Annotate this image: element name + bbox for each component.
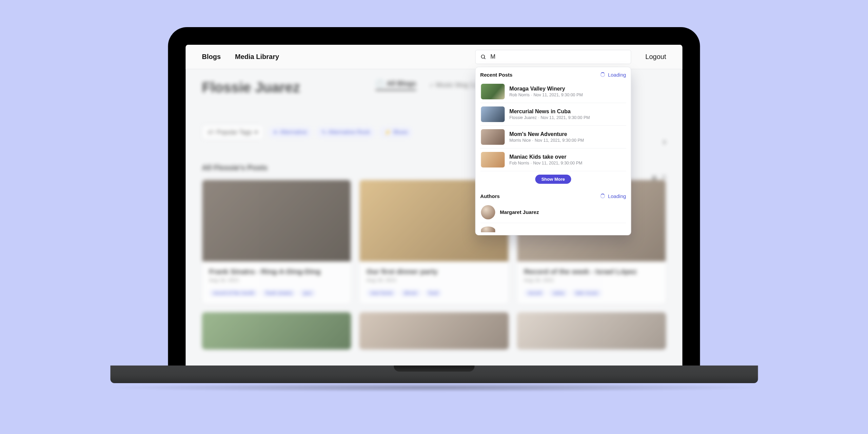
post-thumbnail[interactable] xyxy=(517,312,666,350)
post-title: Maniac Kids take over xyxy=(509,154,582,160)
spinner-icon xyxy=(600,72,605,77)
post-thumbnail[interactable] xyxy=(202,312,351,350)
search-input[interactable] xyxy=(490,53,626,60)
loading-label: Loading xyxy=(608,193,626,199)
post-thumbnail xyxy=(481,129,505,145)
author-name: Margaret Juarez xyxy=(500,209,539,215)
authors-loading: Loading xyxy=(600,193,626,199)
post-tag[interactable]: salsa xyxy=(549,289,568,297)
post-card-date: Aug 18, 2021 xyxy=(367,277,501,283)
post-meta: Morris Nice·Nov 11, 2021, 9:30:00 PM xyxy=(509,138,584,143)
post-thumbnail xyxy=(481,152,505,167)
search-result-post[interactable]: Moraga Valley Winery Rob Norris·Nov 11, … xyxy=(480,80,626,103)
svg-line-1 xyxy=(484,58,486,59)
authors-heading: Authors xyxy=(480,193,500,199)
author-avatar xyxy=(481,205,495,219)
post-card-date: Aug 18, 2021 xyxy=(524,277,659,283)
post-tag[interactable]: new home xyxy=(367,289,397,297)
post-tag[interactable]: frank sinatra xyxy=(262,289,296,297)
nav-media-library[interactable]: Media Library xyxy=(235,53,279,61)
post-meta: Rob Norris·Nov 11, 2021, 9:30:00 PM xyxy=(509,93,583,97)
post-tag[interactable]: jazz xyxy=(299,289,316,297)
search-dropdown: Recent Posts Loading Moraga xyxy=(475,67,631,235)
dropdown-authors: Authors Loading Margaret Ju xyxy=(475,191,631,235)
filter-chip[interactable]: ✦ Alternative xyxy=(268,127,312,138)
laptop-base xyxy=(110,366,758,383)
spinner-icon xyxy=(600,194,605,198)
logout-link[interactable]: Logout xyxy=(645,53,666,61)
tab-all-blogs[interactable]: 🕘 All Blogs xyxy=(376,79,416,91)
post-image xyxy=(202,180,351,261)
laptop-mockup: Blogs Media Library Recent Posts xyxy=(168,27,700,366)
filter-chip[interactable]: ✎ Alternative Rock xyxy=(317,127,375,138)
laptop-bezel: Blogs Media Library Recent Posts xyxy=(168,27,700,366)
author-avatar xyxy=(481,226,495,232)
search-result-post[interactable]: Maniac Kids take over Fob Norris·Nov 11,… xyxy=(480,149,626,171)
chevron-down-icon: ▾ xyxy=(255,129,258,136)
popular-tags-button[interactable]: 🏷 Popular Tags ▾ xyxy=(202,125,264,140)
loading-label: Loading xyxy=(608,72,626,78)
post-meta: Fob Norris·Nov 11, 2021, 9:30:00 PM xyxy=(509,161,582,165)
post-card-date: Aug 18, 2021 xyxy=(209,277,344,283)
post-card-title: Record of the week - Israel López xyxy=(524,268,659,276)
search-result-post[interactable]: Mom's New Adventure Morris Nice·Nov 11, … xyxy=(480,126,626,149)
post-card-title: Frank Sinatra - Ring-A-Ding-Ding xyxy=(209,268,344,276)
laptop-shadow xyxy=(105,383,763,392)
app-screen: Blogs Media Library Recent Posts xyxy=(186,45,683,366)
post-thumbnail[interactable] xyxy=(359,312,509,350)
search-result-author[interactable]: Margaret Juarez xyxy=(480,202,626,223)
post-tag[interactable]: dinner xyxy=(400,289,421,297)
post-thumbnail xyxy=(481,84,505,99)
post-tag[interactable]: record xyxy=(524,289,546,297)
post-thumbnail xyxy=(481,106,505,122)
search-icon xyxy=(480,54,486,60)
svg-point-0 xyxy=(481,55,485,58)
post-tag[interactable]: record of the month xyxy=(209,289,258,297)
recent-posts-loading: Loading xyxy=(600,72,626,78)
search-container: Recent Posts Loading Moraga xyxy=(475,50,631,64)
search-result-post[interactable]: Mercurial News in Cuba Flossie Juarez·No… xyxy=(480,103,626,126)
nav-blogs[interactable]: Blogs xyxy=(202,53,221,61)
post-title: Moraga Valley Winery xyxy=(509,85,583,92)
grid-view-icon[interactable]: ▦ xyxy=(652,174,657,181)
list-view-icon[interactable]: ☰ xyxy=(662,174,666,181)
search-result-author[interactable] xyxy=(480,223,626,232)
recent-posts-heading: Recent Posts xyxy=(480,72,512,78)
post-title: Mom's New Adventure xyxy=(509,131,584,137)
post-meta: Flossie Juarez·Nov 11, 2021, 9:30:00 PM xyxy=(509,115,590,120)
show-more-button[interactable]: Show More xyxy=(535,175,571,184)
top-bar: Blogs Media Library Recent Posts xyxy=(186,45,683,69)
post-card[interactable]: Frank Sinatra - Ring-A-Ding-Ding Aug 18,… xyxy=(202,180,351,304)
post-tag[interactable]: food xyxy=(425,289,442,297)
filter-chip[interactable]: ⚡ Blues xyxy=(379,127,413,138)
search-box[interactable] xyxy=(475,50,631,64)
post-tag[interactable]: latin music xyxy=(572,289,602,297)
chevron-right-icon[interactable]: › xyxy=(663,136,666,147)
post-card-title: Our first dinner party xyxy=(367,268,501,276)
dropdown-recent-posts: Recent Posts Loading Moraga xyxy=(475,67,631,191)
post-title: Mercurial News in Cuba xyxy=(509,108,590,115)
